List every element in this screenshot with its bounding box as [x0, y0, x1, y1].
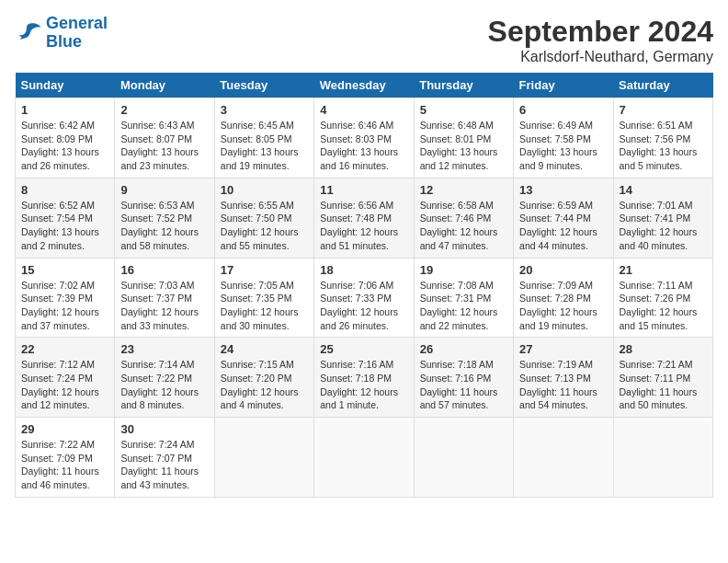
day-info: Sunrise: 6:42 AM Sunset: 8:09 PM Dayligh… [21, 119, 108, 173]
day-info: Sunrise: 7:12 AM Sunset: 7:24 PM Dayligh… [21, 358, 108, 412]
calendar-cell: 1Sunrise: 6:42 AM Sunset: 8:09 PM Daylig… [16, 98, 115, 178]
day-number: 4 [320, 103, 407, 117]
day-number: 28 [620, 342, 707, 356]
day-info: Sunrise: 7:16 AM Sunset: 7:18 PM Dayligh… [320, 358, 407, 412]
calendar-cell [514, 418, 613, 498]
calendar-cell: 23Sunrise: 7:14 AM Sunset: 7:22 PM Dayli… [115, 338, 214, 418]
day-info: Sunrise: 7:03 AM Sunset: 7:37 PM Dayligh… [120, 279, 208, 333]
weekday-header: Monday [115, 73, 214, 98]
calendar-cell: 15Sunrise: 7:02 AM Sunset: 7:39 PM Dayli… [16, 258, 115, 338]
logo: General Blue [15, 15, 108, 52]
day-number: 1 [21, 103, 108, 117]
calendar-cell: 30Sunrise: 7:24 AM Sunset: 7:07 PM Dayli… [115, 418, 214, 498]
calendar-cell: 26Sunrise: 7:18 AM Sunset: 7:16 PM Dayli… [414, 338, 513, 418]
day-number: 9 [120, 183, 208, 197]
weekday-header: Friday [514, 73, 613, 98]
weekday-header: Thursday [414, 73, 513, 98]
day-info: Sunrise: 7:18 AM Sunset: 7:16 PM Dayligh… [420, 358, 507, 412]
day-number: 6 [519, 103, 607, 117]
location-title: Karlsdorf-Neuthard, Germany [488, 49, 713, 65]
day-number: 25 [320, 342, 407, 356]
day-info: Sunrise: 6:51 AM Sunset: 7:56 PM Dayligh… [620, 119, 707, 173]
day-number: 8 [21, 183, 108, 197]
calendar-table: SundayMondayTuesdayWednesdayThursdayFrid… [15, 73, 713, 498]
title-block: September 2024 Karlsdorf-Neuthard, Germa… [488, 15, 713, 65]
logo-icon [15, 20, 42, 46]
weekday-header: Sunday [16, 73, 115, 98]
calendar-cell: 16Sunrise: 7:03 AM Sunset: 7:37 PM Dayli… [115, 258, 214, 338]
weekday-header: Tuesday [214, 73, 313, 98]
calendar-cell [314, 418, 414, 498]
calendar-cell: 10Sunrise: 6:55 AM Sunset: 7:50 PM Dayli… [214, 178, 313, 258]
calendar-body: 1Sunrise: 6:42 AM Sunset: 8:09 PM Daylig… [16, 98, 713, 498]
day-number: 7 [620, 103, 707, 117]
calendar-cell: 4Sunrise: 6:46 AM Sunset: 8:03 PM Daylig… [314, 98, 414, 178]
calendar-cell: 17Sunrise: 7:05 AM Sunset: 7:35 PM Dayli… [214, 258, 313, 338]
day-number: 29 [21, 422, 108, 436]
calendar-cell [414, 418, 513, 498]
weekday-header: Saturday [613, 73, 712, 98]
weekday-header: Wednesday [314, 73, 414, 98]
calendar-cell: 8Sunrise: 6:52 AM Sunset: 7:54 PM Daylig… [16, 178, 115, 258]
day-number: 26 [420, 342, 507, 356]
day-number: 13 [519, 183, 607, 197]
calendar-cell: 19Sunrise: 7:08 AM Sunset: 7:31 PM Dayli… [414, 258, 513, 338]
logo-text: General Blue [46, 15, 108, 52]
day-number: 21 [620, 263, 707, 277]
calendar-cell: 6Sunrise: 6:49 AM Sunset: 7:58 PM Daylig… [514, 98, 613, 178]
calendar-cell: 14Sunrise: 7:01 AM Sunset: 7:41 PM Dayli… [613, 178, 712, 258]
day-number: 30 [120, 422, 208, 436]
month-title: September 2024 [488, 15, 713, 49]
day-info: Sunrise: 6:52 AM Sunset: 7:54 PM Dayligh… [21, 199, 108, 253]
day-info: Sunrise: 7:24 AM Sunset: 7:07 PM Dayligh… [120, 438, 208, 492]
calendar-cell: 11Sunrise: 6:56 AM Sunset: 7:48 PM Dayli… [314, 178, 414, 258]
day-number: 17 [221, 263, 308, 277]
day-number: 22 [21, 342, 108, 356]
day-number: 3 [221, 103, 308, 117]
calendar-week-row: 1Sunrise: 6:42 AM Sunset: 8:09 PM Daylig… [16, 98, 713, 178]
day-info: Sunrise: 6:46 AM Sunset: 8:03 PM Dayligh… [320, 119, 407, 173]
day-info: Sunrise: 6:56 AM Sunset: 7:48 PM Dayligh… [320, 199, 407, 253]
calendar-cell: 28Sunrise: 7:21 AM Sunset: 7:11 PM Dayli… [613, 338, 712, 418]
day-number: 14 [620, 183, 707, 197]
calendar-cell [613, 418, 712, 498]
day-number: 27 [519, 342, 607, 356]
day-number: 16 [120, 263, 208, 277]
day-number: 10 [221, 183, 308, 197]
day-info: Sunrise: 7:19 AM Sunset: 7:13 PM Dayligh… [519, 358, 607, 412]
calendar-cell: 22Sunrise: 7:12 AM Sunset: 7:24 PM Dayli… [16, 338, 115, 418]
day-number: 12 [420, 183, 507, 197]
day-info: Sunrise: 6:43 AM Sunset: 8:07 PM Dayligh… [120, 119, 208, 173]
day-info: Sunrise: 7:05 AM Sunset: 7:35 PM Dayligh… [221, 279, 308, 333]
calendar-cell: 3Sunrise: 6:45 AM Sunset: 8:05 PM Daylig… [214, 98, 313, 178]
day-info: Sunrise: 7:11 AM Sunset: 7:26 PM Dayligh… [620, 279, 707, 333]
day-info: Sunrise: 6:58 AM Sunset: 7:46 PM Dayligh… [420, 199, 507, 253]
day-number: 15 [21, 263, 108, 277]
calendar-week-row: 22Sunrise: 7:12 AM Sunset: 7:24 PM Dayli… [16, 338, 713, 418]
day-info: Sunrise: 6:55 AM Sunset: 7:50 PM Dayligh… [221, 199, 308, 253]
day-number: 23 [120, 342, 208, 356]
calendar-cell: 13Sunrise: 6:59 AM Sunset: 7:44 PM Dayli… [514, 178, 613, 258]
day-number: 24 [221, 342, 308, 356]
day-info: Sunrise: 7:08 AM Sunset: 7:31 PM Dayligh… [420, 279, 507, 333]
calendar-cell [214, 418, 313, 498]
calendar-week-row: 8Sunrise: 6:52 AM Sunset: 7:54 PM Daylig… [16, 178, 713, 258]
day-info: Sunrise: 7:02 AM Sunset: 7:39 PM Dayligh… [21, 279, 108, 333]
day-number: 19 [420, 263, 507, 277]
calendar-header-row: SundayMondayTuesdayWednesdayThursdayFrid… [16, 73, 713, 98]
calendar-cell: 21Sunrise: 7:11 AM Sunset: 7:26 PM Dayli… [613, 258, 712, 338]
day-info: Sunrise: 7:22 AM Sunset: 7:09 PM Dayligh… [21, 438, 108, 492]
day-number: 5 [420, 103, 507, 117]
calendar-cell: 7Sunrise: 6:51 AM Sunset: 7:56 PM Daylig… [613, 98, 712, 178]
calendar-cell: 12Sunrise: 6:58 AM Sunset: 7:46 PM Dayli… [414, 178, 513, 258]
day-number: 18 [320, 263, 407, 277]
day-info: Sunrise: 6:45 AM Sunset: 8:05 PM Dayligh… [221, 119, 308, 173]
day-info: Sunrise: 7:21 AM Sunset: 7:11 PM Dayligh… [620, 358, 707, 412]
calendar-week-row: 29Sunrise: 7:22 AM Sunset: 7:09 PM Dayli… [16, 418, 713, 498]
day-number: 20 [519, 263, 607, 277]
calendar-cell: 24Sunrise: 7:15 AM Sunset: 7:20 PM Dayli… [214, 338, 313, 418]
day-info: Sunrise: 7:15 AM Sunset: 7:20 PM Dayligh… [221, 358, 308, 412]
calendar-cell: 20Sunrise: 7:09 AM Sunset: 7:28 PM Dayli… [514, 258, 613, 338]
day-info: Sunrise: 6:53 AM Sunset: 7:52 PM Dayligh… [120, 199, 208, 253]
day-number: 2 [120, 103, 208, 117]
